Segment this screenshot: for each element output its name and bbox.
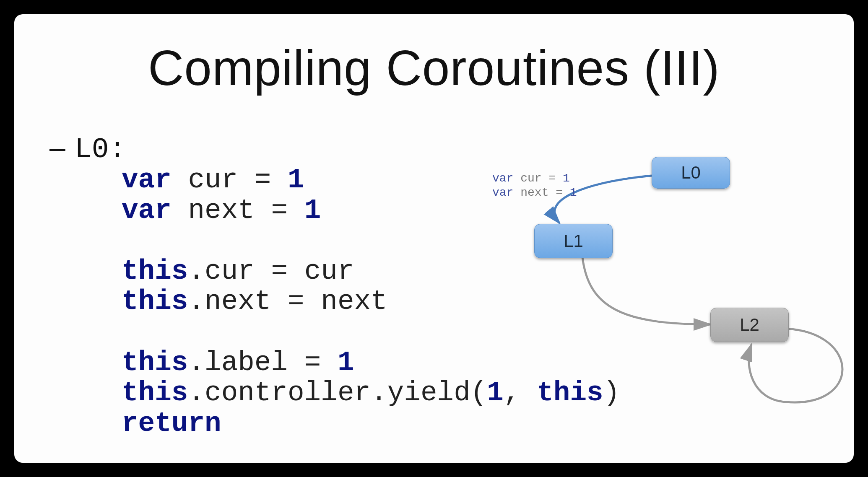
num-literal: 1 [288,164,304,196]
bullet-dash: – [49,131,75,163]
edge-text: cur = [513,172,563,185]
bullet-line: –L0: [49,131,126,166]
edge-text: next = [513,186,569,199]
kw-var: var [122,195,172,226]
num-literal: 1 [338,347,354,378]
code-text: .label = [188,347,337,378]
node-l1: L1 [534,224,613,258]
kw-this: this [122,377,188,409]
kw-var: var [492,186,513,199]
slide-title: Compiling Coroutines (III) [14,39,854,96]
code-text: .controller.yield( [188,377,487,409]
slide: Compiling Coroutines (III) –L0: var cur … [14,14,854,463]
node-label: L1 [564,231,583,251]
kw-var: var [492,172,513,185]
num-literal: 1 [570,186,577,199]
kw-this: this [122,256,188,287]
kw-this: this [122,347,188,378]
num-literal: 1 [563,172,570,185]
kw-var: var [122,164,172,196]
bullet-label: L0: [75,133,126,166]
node-l2: L2 [710,308,789,342]
kw-return: return [122,408,221,439]
code-text: .cur = cur [188,256,354,287]
code-text: .next = next [188,286,387,317]
node-label: L0 [681,163,701,183]
state-diagram: var cur = 1 var next = 1 L0 L1 L2 [484,148,853,450]
node-label: L2 [740,315,759,335]
code-text: cur = [172,164,288,196]
node-l0: L0 [652,157,730,189]
kw-this: this [122,286,188,317]
code-text: next = [172,195,304,226]
edge-label-l0-l1: var cur = 1 var next = 1 [492,171,577,200]
num-literal: 1 [304,195,321,226]
